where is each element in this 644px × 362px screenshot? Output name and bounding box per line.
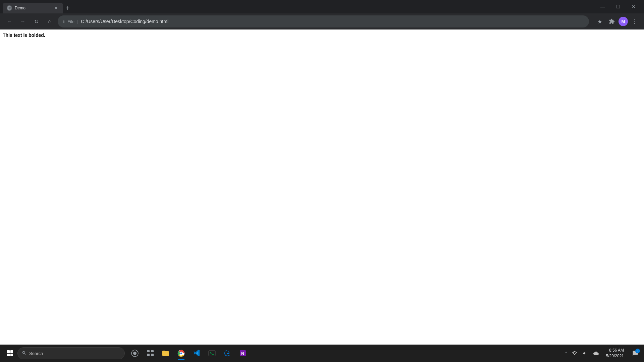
file-label: File	[67, 19, 74, 24]
nav-actions: ★ M ⋮	[594, 16, 640, 27]
volume-icon[interactable]	[581, 349, 590, 358]
network-icon[interactable]	[570, 349, 579, 358]
page-content: This text is bolded.	[0, 29, 644, 345]
taskbar: Search	[0, 345, 644, 362]
tab-title: Demo	[15, 6, 50, 10]
address-bar[interactable]: ℹ File | C:/Users/User/Desktop/Coding/de…	[58, 15, 589, 27]
search-placeholder: Search	[29, 351, 43, 356]
back-button[interactable]: ←	[4, 16, 15, 27]
lock-icon: ℹ	[63, 19, 65, 24]
chrome-button[interactable]	[174, 346, 189, 361]
svg-rect-5	[147, 354, 150, 356]
cortana-button[interactable]	[127, 346, 142, 361]
search-icon	[22, 351, 26, 356]
menu-button[interactable]: ⋮	[629, 16, 640, 27]
address-separator: |	[77, 19, 78, 24]
notification-button[interactable]: 3	[629, 347, 641, 359]
system-tray: ^	[564, 349, 601, 358]
address-text: C:/Users/User/Desktop/Coding/demo.html	[81, 19, 584, 24]
extensions-button[interactable]	[606, 16, 617, 27]
svg-text:N: N	[241, 351, 244, 356]
svg-rect-6	[151, 354, 154, 356]
notification-badge: 3	[635, 349, 640, 353]
tab-close-button[interactable]: ×	[53, 5, 59, 11]
refresh-button[interactable]: ↻	[31, 16, 42, 27]
file-explorer-button[interactable]	[158, 346, 173, 361]
forward-button[interactable]: →	[17, 16, 28, 27]
title-bar: Demo × + — ❐ ✕	[0, 0, 644, 13]
windows-icon	[7, 350, 13, 356]
minimize-button[interactable]: —	[595, 0, 610, 13]
bold-text-element: This text is bolded.	[3, 33, 45, 38]
svg-rect-4	[151, 350, 154, 352]
system-clock[interactable]: 8:56 AM 5/29/2021	[603, 346, 627, 360]
cloud-icon[interactable]	[591, 349, 601, 358]
start-button[interactable]	[3, 346, 17, 361]
clock-date: 5/29/2021	[606, 353, 624, 359]
onenote-button[interactable]: N	[235, 346, 250, 361]
taskbar-right: ^ 8:56 AM 5/29/2021	[564, 346, 641, 360]
bookmark-button[interactable]: ★	[594, 16, 605, 27]
tab-area: Demo × +	[3, 0, 595, 13]
new-tab-button[interactable]: +	[63, 3, 72, 13]
taskbar-apps: N	[127, 346, 250, 361]
edge-button[interactable]	[220, 346, 235, 361]
home-button[interactable]: ⌂	[44, 16, 55, 27]
svg-point-9	[180, 353, 182, 354]
taskbar-search[interactable]: Search	[17, 347, 125, 359]
profile-button[interactable]: M	[619, 17, 628, 26]
vscode-button[interactable]	[189, 346, 204, 361]
tray-chevron-icon[interactable]: ^	[564, 350, 569, 357]
close-window-button[interactable]: ✕	[626, 0, 641, 13]
task-view-button[interactable]	[143, 346, 158, 361]
window-controls: — ❐ ✕	[595, 0, 641, 13]
browser-tab[interactable]: Demo ×	[3, 3, 63, 13]
svg-point-0	[8, 6, 11, 10]
svg-rect-3	[147, 350, 150, 352]
terminal-button[interactable]	[205, 346, 219, 361]
navigation-bar: ← → ↻ ⌂ ℹ File | C:/Users/User/Desktop/C…	[0, 13, 644, 29]
maximize-button[interactable]: ❐	[610, 0, 626, 13]
tab-favicon	[7, 5, 12, 11]
svg-rect-10	[209, 351, 215, 356]
svg-point-2	[133, 352, 137, 355]
clock-time: 8:56 AM	[606, 348, 624, 353]
